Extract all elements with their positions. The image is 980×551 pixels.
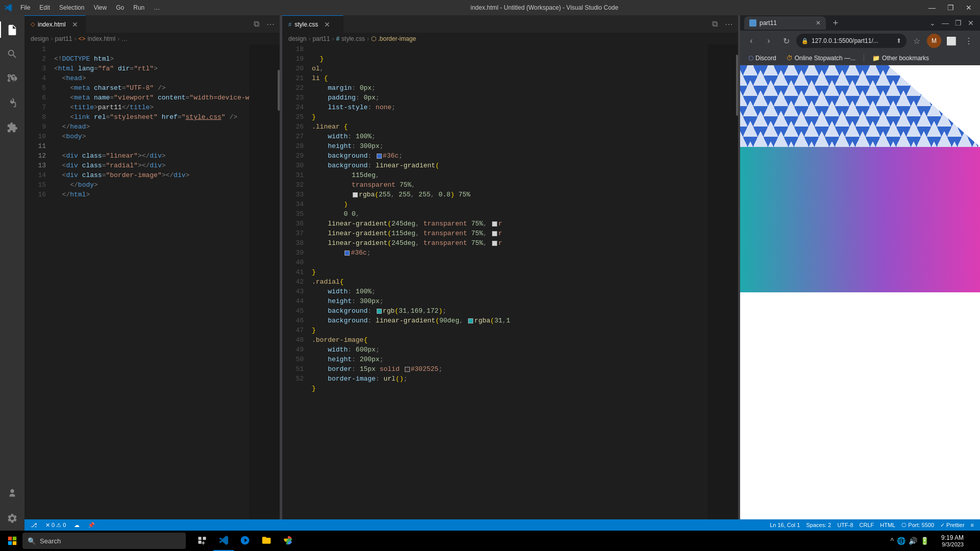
search-icon[interactable] xyxy=(0,42,24,66)
status-prettier[interactable]: ✓ Prettier xyxy=(938,519,967,531)
status-git-branch[interactable]: ⎇ xyxy=(29,519,39,531)
account-icon[interactable] xyxy=(0,482,24,506)
menu-run[interactable]: Run xyxy=(129,3,149,12)
bookmark-stopwatch[interactable]: ⏱ Online Stopwatch —... xyxy=(782,54,860,63)
bookmark-other[interactable]: 📁 Other bookmarks xyxy=(868,54,933,63)
taskbar-apps xyxy=(192,531,298,551)
status-eol[interactable]: CRLF xyxy=(857,519,876,531)
tab-label-css: style.css xyxy=(295,21,318,28)
tab-style-css[interactable]: # style.css ✕ xyxy=(282,15,344,33)
left-tabs-actions: ⧉ ⋯ xyxy=(247,15,280,33)
status-cloud[interactable]: ☁ xyxy=(72,519,82,531)
status-errors[interactable]: ✕ 0 ⚠ 0 xyxy=(43,519,68,531)
scroll-indicator[interactable] xyxy=(278,70,280,111)
browser-tab-close[interactable]: ✕ xyxy=(816,19,821,27)
browser-title-bar: part11 ✕ + ⌄ — ❐ ✕ xyxy=(740,15,980,31)
taskbar-notification-area[interactable] xyxy=(972,531,976,551)
browser-profile-icon[interactable]: M xyxy=(927,34,941,48)
tab-close-html[interactable]: ✕ xyxy=(71,20,79,29)
browser-url-bar[interactable]: 🔒 127.0.0.1:5500/part11/... ⬆ xyxy=(796,34,906,48)
taskbar-volume-icon[interactable]: 🔊 xyxy=(909,537,917,545)
triangle-decoration xyxy=(888,65,980,147)
extensions-icon[interactable] xyxy=(0,115,24,140)
status-port[interactable]: ⎔ Port: 5500 xyxy=(899,519,936,531)
browser-tab-list[interactable]: ⌄ xyxy=(927,17,938,29)
status-line-col[interactable]: Ln 16, Col 1 xyxy=(768,519,802,531)
menu-edit[interactable]: Edit xyxy=(35,3,54,12)
taskbar-edge[interactable] xyxy=(235,531,255,551)
menu-selection[interactable]: Selection xyxy=(55,3,88,12)
status-language[interactable]: HTML xyxy=(878,519,897,531)
right-scroll-indicator[interactable] xyxy=(736,55,738,116)
taskbar-vscode[interactable] xyxy=(213,531,234,551)
bookmark-discord[interactable]: ⬡ Discord xyxy=(744,54,780,63)
other-bookmarks-label: Other bookmarks xyxy=(882,55,929,62)
browser-bookmarks-bar: ⬡ Discord ⏱ Online Stopwatch —... 📁 Othe… xyxy=(740,51,980,65)
browser-menu-button[interactable]: ⋮ xyxy=(962,34,976,48)
browser-url-text: 127.0.0.1:5500/part11/... xyxy=(812,37,878,44)
title-bar: File Edit Selection View Go Run … index.… xyxy=(0,0,980,15)
split-editor-button[interactable]: ⧉ xyxy=(249,17,263,31)
minimize-button[interactable]: — xyxy=(925,1,939,15)
browser-reload-button[interactable]: ↻ xyxy=(779,34,793,48)
bc-html-icon: <> xyxy=(78,35,85,42)
title-bar-controls: — ❐ ✕ xyxy=(925,1,976,15)
extensions-button[interactable]: ⬜ xyxy=(944,34,959,48)
browser-back-button[interactable]: ‹ xyxy=(744,34,758,48)
left-tabs-bar: ◇ index.html ✕ ⧉ ⋯ xyxy=(24,15,280,33)
status-bar-right: Ln 16, Col 1 Spaces: 2 UTF-8 CRLF HTML ⎔… xyxy=(768,519,976,531)
run-debug-icon[interactable] xyxy=(0,91,24,115)
browser-min[interactable]: — xyxy=(940,17,951,29)
browser-active-tab[interactable]: part11 ✕ xyxy=(744,16,826,30)
close-button[interactable]: ✕ xyxy=(962,1,976,15)
status-settings[interactable]: ≡ xyxy=(969,519,976,531)
status-encoding[interactable]: UTF-8 xyxy=(835,519,855,531)
taskbar-search-box[interactable]: 🔍 Search xyxy=(22,533,186,549)
new-tab-button[interactable]: + xyxy=(829,16,842,30)
cloud-icon: ☁ xyxy=(74,522,80,529)
right-minimap xyxy=(707,44,738,519)
menu-file[interactable]: File xyxy=(16,3,34,12)
more-actions-button[interactable]: ⋯ xyxy=(263,17,278,31)
pin-icon: 📌 xyxy=(88,522,95,529)
browser-forward-button[interactable]: › xyxy=(762,34,776,48)
taskbar-time: 9:19 AM xyxy=(941,534,964,541)
taskbar-explorer[interactable] xyxy=(256,531,277,551)
explorer-icon[interactable] xyxy=(0,17,24,42)
taskbar-network-icon[interactable]: 🌐 xyxy=(897,537,905,545)
taskbar-clock[interactable]: 9:19 AM 9/3/2023 xyxy=(937,534,968,547)
taskbar-battery-icon[interactable]: 🔋 xyxy=(920,537,929,545)
menu-view[interactable]: View xyxy=(89,3,111,12)
left-code-editor[interactable]: 12345 678910 111213 141516 <!DOCTYPE htm… xyxy=(24,44,280,519)
right-tabs-bar: # style.css ✕ ⧉ ⋯ xyxy=(282,15,738,33)
folder-icon: 📁 xyxy=(872,55,880,62)
right-editor-pane: # style.css ✕ ⧉ ⋯ design › part11 › # st… xyxy=(282,15,738,519)
more-actions-button-r[interactable]: ⋯ xyxy=(722,17,736,31)
left-minimap xyxy=(249,44,280,519)
tab-close-css[interactable]: ✕ xyxy=(323,20,331,29)
stopwatch-icon: ⏱ xyxy=(787,55,793,62)
browser-max[interactable]: ❐ xyxy=(953,17,964,29)
bc-index-html: index.html xyxy=(87,35,115,42)
maximize-button[interactable]: ❐ xyxy=(943,1,958,15)
title-bar-left: File Edit Selection View Go Run … xyxy=(4,3,164,12)
menu-go[interactable]: Go xyxy=(112,3,128,12)
start-button[interactable] xyxy=(4,533,20,549)
menu-more[interactable]: … xyxy=(150,3,164,12)
status-spaces[interactable]: Spaces: 2 xyxy=(804,519,833,531)
browser-close[interactable]: ✕ xyxy=(966,17,976,29)
taskbar-chrome[interactable] xyxy=(278,531,298,551)
tab-index-html[interactable]: ◇ index.html ✕ xyxy=(24,15,86,33)
left-editor-pane: ◇ index.html ✕ ⧉ ⋯ design › part11 › <> … xyxy=(24,15,280,519)
split-editor-button-r[interactable]: ⧉ xyxy=(707,17,722,31)
rbc-border-image: ⬡ .border-image xyxy=(371,35,416,42)
bookmark-star-button[interactable]: ☆ xyxy=(910,34,924,48)
browser-content xyxy=(740,65,980,519)
browser-pane: part11 ✕ + ⌄ — ❐ ✕ ‹ › ↻ xyxy=(740,15,980,519)
taskbar-task-view[interactable] xyxy=(192,531,212,551)
source-control-icon[interactable] xyxy=(0,66,24,91)
status-pin[interactable]: 📌 xyxy=(86,519,97,531)
settings-icon[interactable] xyxy=(0,506,24,531)
right-code-editor[interactable]: 1819202122 2324252627 2829303132 3334353… xyxy=(282,44,738,519)
taskbar-chevron-icon[interactable]: ^ xyxy=(890,537,894,545)
